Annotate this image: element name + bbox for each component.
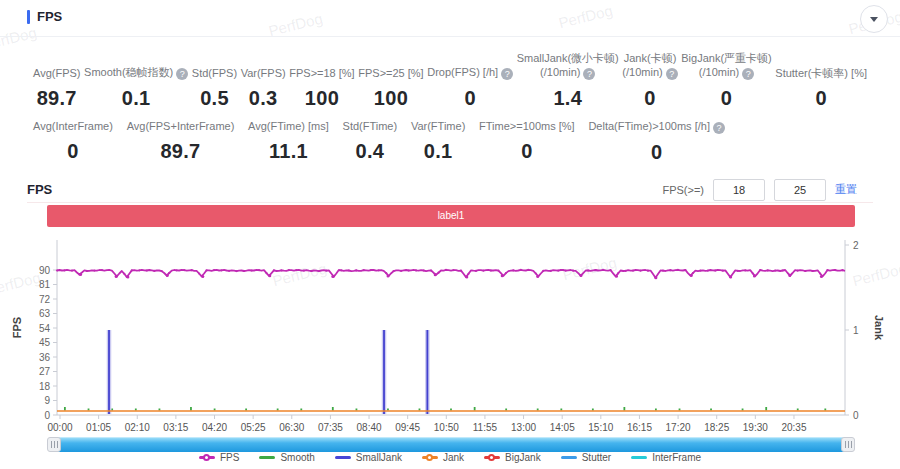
fps-threshold-controls: FPS(>=) 重置 (662, 179, 857, 201)
svg-text:2: 2 (853, 240, 859, 251)
chart-area[interactable]: 09182736455463728190FPS012Jank00:0001:05… (0, 228, 900, 438)
series-smooth (64, 407, 826, 411)
series-smalljank (109, 330, 427, 414)
stat-label: Delta(FTime)>100ms [/h]? (588, 119, 725, 134)
svg-text:06:30: 06:30 (279, 422, 304, 433)
help-icon[interactable]: ? (713, 122, 725, 134)
svg-text:18: 18 (39, 381, 51, 392)
svg-text:10:50: 10:50 (434, 422, 459, 433)
svg-text:45: 45 (39, 337, 51, 348)
fps-jank-chart[interactable]: 09182736455463728190FPS012Jank00:0001:05… (0, 228, 900, 438)
fps-threshold-input-2[interactable] (774, 179, 826, 201)
legend-item-interframe[interactable]: InterFrame (631, 452, 701, 463)
help-icon[interactable]: ? (666, 68, 678, 80)
svg-text:17:20: 17:20 (666, 422, 691, 433)
legend-item-bigjank[interactable]: BigJank (484, 452, 541, 463)
legend-item-smalljank[interactable]: SmallJank (335, 452, 402, 463)
svg-text:02:10: 02:10 (125, 422, 150, 433)
stat-smooth: Smooth(稳帧指数)?0.1 (84, 50, 188, 110)
stat-avg-fps-interframe: Avg(FPS+InterFrame)89.7 (127, 119, 235, 164)
stat-value: 89.7 (160, 140, 200, 163)
svg-text:11:55: 11:55 (473, 422, 498, 433)
legend-label: InterFrame (652, 452, 701, 463)
svg-text:9: 9 (44, 395, 50, 406)
chart-legend: FPSSmoothSmallJankJankBigJankStutterInte… (0, 452, 900, 463)
legend-label: BigJank (505, 452, 541, 463)
fps-section-header: FPS FPS(>=) 重置 (27, 177, 873, 203)
legend-item-jank[interactable]: Jank (422, 452, 464, 463)
stat-label: FTime>=100ms [%] (479, 119, 575, 133)
svg-text:16:15: 16:15 (627, 422, 652, 433)
panel-title: FPS (37, 9, 62, 24)
stat-label: Avg(FPS) (33, 50, 80, 80)
stat-value: 0.1 (424, 140, 453, 163)
stat-value: 0.5 (200, 87, 229, 110)
svg-text:Jank: Jank (873, 315, 885, 341)
collapse-button[interactable] (860, 5, 888, 33)
scrollbar-handle-right[interactable] (841, 437, 855, 452)
legend-marker (422, 456, 438, 459)
header-accent-bar (27, 10, 30, 24)
stat-label: Std(FPS) (192, 50, 237, 80)
help-icon[interactable]: ? (583, 68, 595, 80)
stat-label: BigJank(严重卡顿)(/10min)? (681, 50, 771, 80)
y-axis-left: 09182736455463728190FPS (11, 265, 57, 421)
svg-text:04:20: 04:20 (202, 422, 227, 433)
stats-row-1: Avg(FPS)89.7Smooth(稳帧指数)?0.1Std(FPS)0.5V… (33, 50, 867, 110)
legend-item-fps[interactable]: FPS (199, 452, 239, 463)
perfdog-fps-panel: PerfDog PerfDog PerfDog PerfDog PerfDog … (0, 0, 900, 469)
help-icon[interactable]: ? (176, 68, 188, 80)
svg-text:15:10: 15:10 (588, 422, 613, 433)
stat-value: 0.1 (122, 87, 151, 110)
panel-header: FPS (0, 0, 900, 37)
stat-label: Smooth(稳帧指数)? (84, 50, 188, 80)
fps-section-title: FPS (27, 182, 52, 197)
svg-text:01:05: 01:05 (86, 422, 111, 433)
reset-link[interactable]: 重置 (835, 182, 857, 197)
svg-text:13:00: 13:00 (511, 422, 536, 433)
svg-text:FPS: FPS (11, 317, 23, 338)
legend-item-smooth[interactable]: Smooth (259, 452, 314, 463)
stat-ftime-100ms: FTime>=100ms [%]0 (479, 119, 575, 164)
svg-text:90: 90 (39, 265, 51, 276)
legend-marker (561, 456, 577, 459)
stat-label: Avg(InterFrame) (33, 119, 113, 133)
series-fps (56, 269, 845, 280)
stat-value: 1.4 (553, 87, 582, 110)
stat-value: 0 (651, 141, 662, 164)
scrollbar-handle-left[interactable] (47, 437, 61, 452)
legend-marker (259, 456, 275, 459)
svg-text:0: 0 (44, 410, 50, 421)
stat-label: Avg(FTime) [ms] (248, 119, 329, 133)
svg-text:09:45: 09:45 (395, 422, 420, 433)
stat-label: Var(FTime) (411, 119, 465, 133)
svg-text:08:40: 08:40 (357, 422, 382, 433)
svg-text:27: 27 (39, 366, 51, 377)
fps-threshold-input-1[interactable] (713, 179, 765, 201)
stat-smalljank: SmallJank(微小卡顿)(/10min)?1.4 (517, 50, 619, 110)
stat-label: Drop(FPS) [/h]? (427, 50, 513, 80)
help-icon[interactable]: ? (742, 68, 754, 80)
stat-avg-interframe: Avg(InterFrame)0 (33, 119, 113, 164)
stat-label: Stutter(卡顿率) [%] (775, 50, 867, 80)
svg-text:54: 54 (39, 323, 51, 334)
stat-stutter: Stutter(卡顿率) [%]0 (775, 50, 867, 110)
legend-label: Stutter (582, 452, 611, 463)
stat-label: Var(FPS) (241, 50, 286, 80)
stat-bigjank: BigJank(严重卡顿)(/10min)?0 (681, 50, 771, 110)
stat-value: 100 (374, 87, 408, 110)
stat-value: 0.3 (249, 87, 278, 110)
stat-label: FPS>=18 [%] (289, 50, 354, 80)
help-icon[interactable]: ? (501, 68, 513, 80)
stat-value: 0.4 (355, 140, 384, 163)
y-axis-right: 012Jank (845, 240, 885, 421)
svg-text:20:35: 20:35 (781, 422, 806, 433)
chart-label-bar: label1 (47, 205, 855, 227)
chart-scrollbar[interactable] (47, 437, 855, 452)
legend-marker (199, 456, 215, 459)
stat-std-ftime: Std(FTime)0.4 (343, 119, 398, 164)
stat-drop-fps-h: Drop(FPS) [/h]?0 (427, 50, 513, 110)
legend-item-stutter[interactable]: Stutter (561, 452, 611, 463)
stat-delta-ftime-100ms-h: Delta(FTime)>100ms [/h]?0 (588, 119, 725, 164)
legend-marker (631, 456, 647, 459)
